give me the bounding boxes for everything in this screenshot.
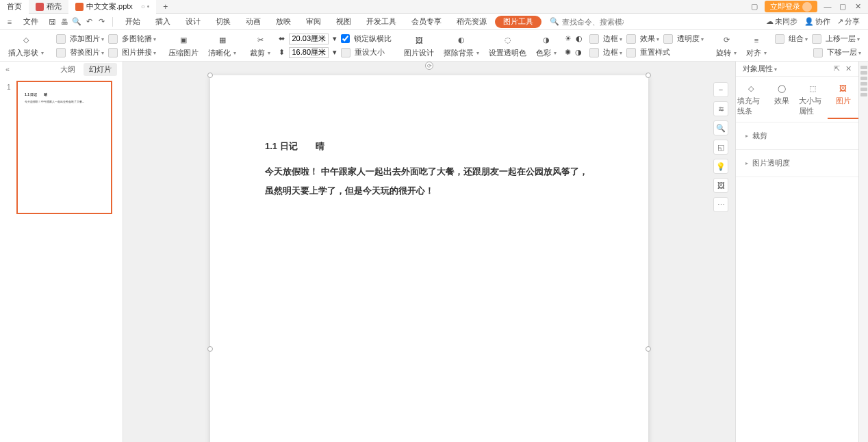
tool-crop[interactable]: ◱ xyxy=(713,140,728,155)
menu-view[interactable]: 视图 xyxy=(329,14,358,30)
rp-tab-effect[interactable]: ◯效果 xyxy=(767,79,797,119)
rotate-handle[interactable]: ⟳ xyxy=(425,62,433,70)
close-button[interactable]: ✕ xyxy=(853,2,863,12)
strip-item[interactable] xyxy=(860,77,867,80)
redo-icon[interactable]: ↷ xyxy=(96,16,107,27)
move-down-button[interactable]: 下移一层 xyxy=(827,47,861,57)
menu-design[interactable]: 设计 xyxy=(179,14,207,30)
menu-start[interactable]: 开始 xyxy=(118,14,147,30)
close-panel-icon[interactable]: ✕ xyxy=(845,64,852,73)
strip-item[interactable] xyxy=(860,66,867,69)
menu-icon[interactable]: ▢ xyxy=(750,2,759,12)
menu-transition[interactable]: 切换 xyxy=(209,14,238,30)
canvas-area[interactable]: ⟳ 1.1 日记 晴 今天放假啦！ 中午跟家人一起出去外面吃了大餐，还跟朋友一起… xyxy=(123,62,735,442)
handle-ml[interactable] xyxy=(207,346,213,352)
tab-home[interactable]: 首页 xyxy=(0,0,29,14)
multi-carousel-button[interactable]: 多图轮播 xyxy=(122,34,156,44)
crop-button[interactable]: ✂ 裁剪 xyxy=(246,30,275,61)
reset-style-button[interactable]: 重置样式 xyxy=(640,47,670,57)
maximize-button[interactable]: ▢ xyxy=(838,2,847,12)
unsync-button[interactable]: ☁未同步 xyxy=(766,16,797,27)
hamburger-icon[interactable]: ≡ xyxy=(4,16,15,27)
preview-icon[interactable]: 🔍 xyxy=(71,16,82,27)
minimize-button[interactable]: — xyxy=(823,2,832,12)
group-button[interactable]: 组合 xyxy=(789,34,808,44)
share-button[interactable]: ↗分享 xyxy=(837,16,860,27)
tab-document[interactable]: 中文文案.pptx ○ • xyxy=(68,0,156,14)
outline-tab-slides[interactable]: 幻灯片 xyxy=(84,63,117,76)
menu-slideshow[interactable]: 放映 xyxy=(269,14,298,30)
rp-tab-size[interactable]: ⬚大小与属性 xyxy=(797,79,828,119)
thumb-preview[interactable]: 1.1 日记 晴 今天放假啦！中午跟家人一起出去外面吃了大餐... xyxy=(16,81,112,214)
effect-button[interactable]: 效果 xyxy=(640,34,659,44)
rp-tab-image[interactable]: 🖼图片 xyxy=(828,79,858,119)
tab-add[interactable]: + xyxy=(156,2,175,12)
replace-image-icon xyxy=(56,48,66,57)
strip-item[interactable] xyxy=(860,93,867,96)
login-button[interactable]: 立即登录 xyxy=(765,1,817,12)
add-image-button[interactable]: 添加图片 xyxy=(70,34,104,44)
strip-item[interactable] xyxy=(860,71,867,75)
menu-animation[interactable]: 动画 xyxy=(239,14,268,30)
menu-review[interactable]: 审阅 xyxy=(299,14,328,30)
save-icon[interactable]: 🖫 xyxy=(47,16,58,27)
outline-tab-outline[interactable]: 大纲 xyxy=(55,63,81,76)
search-input[interactable] xyxy=(562,18,624,26)
menu-docer-resources[interactable]: 稻壳资源 xyxy=(450,14,494,30)
collapse-outline-icon[interactable]: « xyxy=(5,65,10,73)
color-button[interactable]: ◑色彩 xyxy=(532,30,561,61)
pin-icon[interactable]: ⇱ xyxy=(834,64,840,73)
image-design-button[interactable]: 🖼图片设计 xyxy=(400,30,438,61)
border-button[interactable]: 边框 xyxy=(603,34,622,44)
lock-ratio-checkbox[interactable] xyxy=(341,34,350,43)
tool-layers[interactable]: ≋ xyxy=(713,101,728,116)
replace-image-button[interactable]: 替换图片 xyxy=(70,47,104,57)
transparency-button[interactable]: 透明度 xyxy=(677,34,704,44)
reset-size-button[interactable]: 重设大小 xyxy=(355,47,385,57)
tool-minus[interactable]: − xyxy=(713,82,728,97)
file-menu[interactable]: 文件 xyxy=(16,14,45,30)
command-search[interactable]: 🔍 xyxy=(550,17,624,26)
brightness-icon[interactable]: ☀ xyxy=(565,34,572,43)
contrast-icon[interactable]: ◐ xyxy=(576,34,583,43)
tool-image[interactable]: 🖼 xyxy=(713,178,728,193)
strip-item[interactable] xyxy=(860,82,867,86)
tab-docer[interactable]: 稻壳 xyxy=(29,0,68,14)
slide[interactable]: 1.1 日记 晴 今天放假啦！ 中午跟家人一起出去外面吃了大餐，还跟朋友一起在公… xyxy=(210,75,648,442)
tool-more[interactable]: ⋯ xyxy=(713,197,728,212)
menu-image-tools[interactable]: 图片工具 xyxy=(495,16,541,28)
border-style-button[interactable]: 边框 xyxy=(603,47,622,57)
image-tiling-button[interactable]: 图片拼接 xyxy=(122,47,156,57)
strip-item[interactable] xyxy=(860,88,867,91)
menu-insert[interactable]: 插入 xyxy=(149,14,177,30)
move-up-button[interactable]: 上移一层 xyxy=(826,34,860,44)
height-input[interactable] xyxy=(289,47,329,58)
select-button[interactable]: ↖选择 xyxy=(865,30,868,61)
panel-title[interactable]: 对象属性 xyxy=(743,64,777,74)
section-crop[interactable]: 裁剪 xyxy=(736,122,858,150)
tool-zoom[interactable]: 🔍 xyxy=(713,120,728,135)
menu-devtools[interactable]: 开发工具 xyxy=(359,14,403,30)
menu-member[interactable]: 会员专享 xyxy=(405,14,448,30)
section-transparency[interactable]: 图片透明度 xyxy=(736,150,858,177)
group-icon xyxy=(775,34,784,44)
brightness-down-icon[interactable]: ✺ xyxy=(565,48,571,57)
handle-mr[interactable] xyxy=(646,346,651,352)
slide-thumbnail[interactable]: 1 1.1 日记 晴 今天放假啦！中午跟家人一起出去外面吃了大餐... xyxy=(7,81,116,214)
undo-icon[interactable]: ↶ xyxy=(84,16,94,27)
collab-button[interactable]: 👤协作 xyxy=(804,16,830,27)
width-input[interactable] xyxy=(289,34,329,44)
handle-tl[interactable] xyxy=(207,73,213,78)
insert-shape-button[interactable]: ◇ 插入形状 xyxy=(4,30,48,61)
print-icon[interactable]: 🖶 xyxy=(59,16,70,27)
clarity-button[interactable]: ▦ 清晰化 xyxy=(204,30,240,61)
handle-tr[interactable] xyxy=(646,73,651,78)
compress-button[interactable]: ▣ 压缩图片 xyxy=(164,30,203,61)
align-button[interactable]: ≡对齐 xyxy=(742,30,771,61)
rp-tab-fill[interactable]: ◇填充与线条 xyxy=(736,79,767,119)
rotate-button[interactable]: ⟳旋转 xyxy=(712,30,741,61)
set-transparent-button[interactable]: ◌设置透明色 xyxy=(485,30,531,61)
tool-idea[interactable]: 💡 xyxy=(713,159,728,174)
contrast-down-icon[interactable]: ◑ xyxy=(575,48,582,57)
remove-bg-button[interactable]: ◐抠除背景 xyxy=(439,30,483,61)
